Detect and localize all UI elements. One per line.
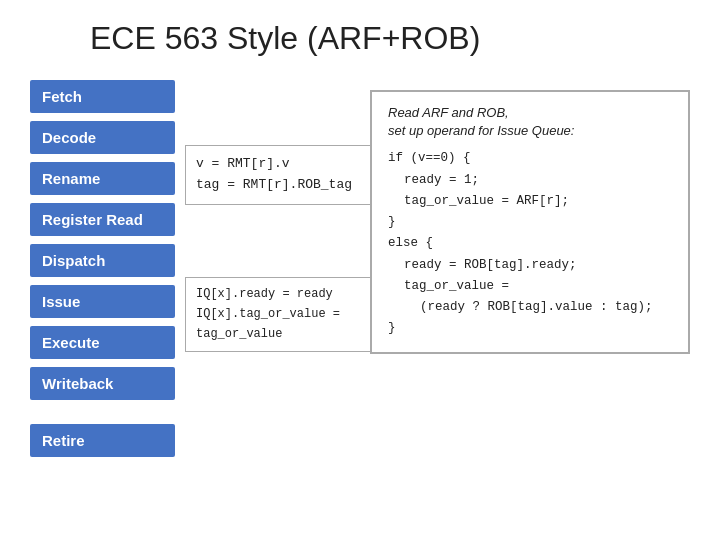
code-line-6: tag_or_value = bbox=[388, 276, 672, 297]
info-panel: Read ARF and ROB, set up operand for Iss… bbox=[370, 90, 690, 362]
stage-retire[interactable]: Retire bbox=[30, 424, 175, 457]
stage-writeback[interactable]: Writeback bbox=[30, 367, 175, 400]
center-code-area: v = RMT[r].v tag = RMT[r].ROB_tag IQ[x].… bbox=[185, 145, 395, 352]
stage-dispatch[interactable]: Dispatch bbox=[30, 244, 175, 277]
stage-execute[interactable]: Execute bbox=[30, 326, 175, 359]
info-title: Read ARF and ROB, set up operand for Iss… bbox=[388, 104, 672, 140]
iq-line1: IQ[x].ready = ready bbox=[196, 284, 384, 304]
rename-code-line1: v = RMT[r].v bbox=[196, 154, 384, 175]
code-line-8: } bbox=[388, 318, 672, 339]
page: ECE 563 Style (ARF+ROB) Fetch Decode Ren… bbox=[0, 0, 720, 540]
stage-fetch[interactable]: Fetch bbox=[30, 80, 175, 113]
code-line-0: if (v==0) { bbox=[388, 148, 672, 169]
pipeline-stages: Fetch Decode Rename Register Read Dispat… bbox=[30, 80, 175, 457]
stage-register-read[interactable]: Register Read bbox=[30, 203, 175, 236]
stage-issue[interactable]: Issue bbox=[30, 285, 175, 318]
iq-line2: IQ[x].tag_or_value = tag_or_value bbox=[196, 304, 384, 345]
dispatch-iq-box: IQ[x].ready = ready IQ[x].tag_or_value =… bbox=[185, 277, 395, 352]
code-line-5: ready = ROB[tag].ready; bbox=[388, 255, 672, 276]
rename-code-box: v = RMT[r].v tag = RMT[r].ROB_tag bbox=[185, 145, 395, 205]
info-code: if (v==0) { ready = 1; tag_or_value = AR… bbox=[388, 148, 672, 339]
code-line-7: (ready ? ROB[tag].value : tag); bbox=[388, 297, 672, 318]
stage-rename[interactable]: Rename bbox=[30, 162, 175, 195]
rename-code-line2: tag = RMT[r].ROB_tag bbox=[196, 175, 384, 196]
stage-decode[interactable]: Decode bbox=[30, 121, 175, 154]
arf-rob-info-box: Read ARF and ROB, set up operand for Iss… bbox=[370, 90, 690, 354]
code-line-2: tag_or_value = ARF[r]; bbox=[388, 191, 672, 212]
code-line-1: ready = 1; bbox=[388, 170, 672, 191]
code-line-4: else { bbox=[388, 233, 672, 254]
code-line-3: } bbox=[388, 212, 672, 233]
page-title: ECE 563 Style (ARF+ROB) bbox=[90, 20, 690, 57]
